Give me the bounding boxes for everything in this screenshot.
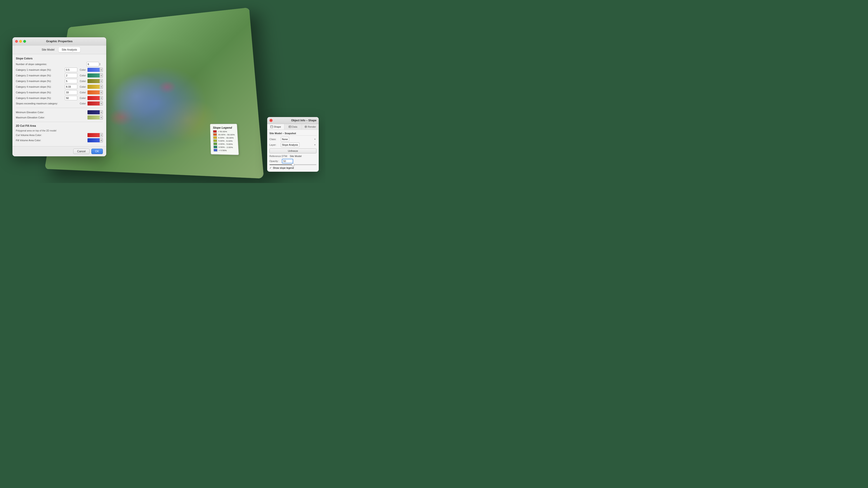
- cat2-label: Category 2 maximum slope (%):: [16, 74, 65, 77]
- exceeding-row: Slopes exceeding maximum category: Color…: [16, 101, 103, 105]
- panel-body: Site Model – Snapshot Class: None Layer:…: [267, 130, 319, 172]
- slope-legend-item-2: 33.00% - 50.00%: [213, 133, 235, 136]
- svg-point-20: [305, 126, 306, 127]
- exceeding-color-swatch[interactable]: ▾: [88, 101, 103, 105]
- tab-render[interactable]: Render: [302, 124, 319, 129]
- shape-icon: [270, 125, 273, 128]
- tab-shape-label: Shape: [274, 125, 281, 128]
- cat3-color-swatch[interactable]: ▾: [88, 79, 103, 83]
- tab-data[interactable]: Data: [284, 124, 302, 129]
- category-5-row: Category 5 maximum slope (%): Color: ▾: [16, 90, 103, 95]
- traffic-lights: [15, 40, 26, 43]
- slope-legend-map: Slope Legend > 50.00% 33.00% - 50.00% 8.…: [210, 124, 239, 155]
- layer-select[interactable]: Slope Analysis: [281, 142, 300, 147]
- cat3-color-label: Color:: [77, 80, 86, 83]
- svg-rect-14: [271, 126, 273, 128]
- cat2-color-swatch[interactable]: ▾: [88, 73, 103, 77]
- num-categories-label: Number of slope categories:: [16, 63, 87, 66]
- dialog-title: Graphic Properties: [16, 39, 103, 43]
- max-elevation-label: Maximum Elevation Color:: [16, 116, 88, 119]
- panel-close-button[interactable]: ✕: [270, 119, 273, 122]
- show-slope-row: ✓ Show slope legend: [270, 166, 316, 169]
- class-label: Class:: [270, 138, 281, 140]
- opacity-slider-thumb[interactable]: [291, 163, 294, 166]
- render-icon: [305, 125, 307, 128]
- exceeding-label: Slopes exceeding maximum category:: [16, 102, 77, 105]
- fill-volume-row: Fill Volume Area Color: ▾: [16, 138, 103, 142]
- tab-render-label: Render: [308, 125, 316, 128]
- cat6-color-swatch[interactable]: ▾: [88, 96, 103, 100]
- maximize-button[interactable]: [23, 40, 26, 43]
- svg-rect-16: [289, 126, 291, 128]
- category-3-row: Category 3 maximum slope (%): Color: ▾: [16, 79, 103, 84]
- cat2-input[interactable]: [65, 73, 77, 78]
- num-categories-input[interactable]: [87, 62, 99, 66]
- cat1-input[interactable]: [65, 68, 77, 72]
- ref-dtm-label: Reference DTM:: [270, 155, 290, 158]
- ref-dtm-row: Reference DTM: Site Model: [270, 155, 316, 158]
- min-elevation-swatch[interactable]: ▾: [88, 110, 103, 114]
- opacity-input[interactable]: [282, 159, 293, 163]
- show-slope-checkmark: ✓: [270, 166, 272, 169]
- ref-dtm-value: Site Model: [290, 155, 302, 158]
- cat3-input[interactable]: [65, 79, 77, 84]
- slope-legend-map-title: Slope Legend: [213, 126, 234, 129]
- cut-fill-desc: Polygonal area on top of the 2D model: [16, 129, 103, 132]
- slope-legend-item-6: 0.50% - 2.00%: [213, 146, 235, 149]
- cat6-label: Category 6 maximum slope (%):: [16, 97, 65, 99]
- cat1-color-swatch[interactable]: ▾: [88, 68, 103, 72]
- opacity-slider[interactable]: [270, 164, 316, 165]
- tab-data-label: Data: [292, 125, 297, 128]
- cat6-input[interactable]: [65, 96, 77, 100]
- minimize-button[interactable]: [19, 40, 22, 43]
- class-select-wrapper[interactable]: None: [281, 137, 316, 141]
- cat1-color-label: Color:: [77, 68, 86, 71]
- tab-site-analysis[interactable]: Site Analysis: [59, 47, 80, 52]
- show-slope-label[interactable]: Show slope legend: [273, 166, 294, 169]
- slope-legend-item-3: 8.33% - 33.00%: [213, 136, 235, 139]
- panel-titlebar: ✕ Object Info – Shape: [267, 117, 319, 124]
- cut-fill-title: 2D Cut Fill Area: [16, 124, 103, 127]
- cat4-color-label: Color:: [77, 86, 86, 88]
- panel-section-title: Site Model – Snapshot: [270, 132, 316, 135]
- class-select[interactable]: None: [281, 137, 289, 141]
- cat5-input[interactable]: [65, 90, 77, 95]
- fill-volume-swatch[interactable]: ▾: [88, 138, 103, 142]
- slope-legend-item-1: > 50.00%: [213, 130, 235, 133]
- cut-volume-swatch[interactable]: ▾: [88, 133, 103, 137]
- cat4-color-swatch[interactable]: ▾: [88, 85, 103, 89]
- cut-volume-label: Cut Volume Area Color:: [16, 134, 88, 136]
- unfreeze-button[interactable]: Unfreeze: [270, 149, 316, 153]
- max-elevation-swatch[interactable]: ▾: [88, 116, 103, 120]
- ok-button[interactable]: OK: [91, 149, 103, 154]
- tab-site-model[interactable]: Site Model: [38, 47, 58, 52]
- close-button[interactable]: [15, 40, 18, 43]
- min-elevation-label: Minimum Elevation Color:: [16, 111, 88, 113]
- opacity-label: Opacity:: [270, 160, 282, 162]
- layer-row: Layer: Slope Analysis: [270, 142, 316, 147]
- slope-legend-item-4: 5.00% - 8.33%: [213, 139, 235, 142]
- graphic-properties-dialog: Graphic Properties Site Model Site Analy…: [12, 37, 106, 156]
- panel-title: Object Info – Shape: [291, 119, 316, 122]
- cat3-label: Category 3 maximum slope (%):: [16, 80, 65, 83]
- category-1-row: Category 1 maximum slope (%): Color: ▾: [16, 68, 103, 72]
- opacity-row: Opacity:: [270, 159, 316, 163]
- cat2-color-label: Color:: [77, 74, 86, 77]
- dialog-tabs: Site Model Site Analysis: [12, 45, 106, 54]
- layer-select-wrapper[interactable]: Slope Analysis: [281, 142, 316, 147]
- num-categories-row: Number of slope categories: ▲ ▼: [16, 62, 103, 66]
- category-4-row: Category 4 maximum slope (%): Color: ▾: [16, 85, 103, 89]
- dialog-titlebar: Graphic Properties: [12, 37, 106, 45]
- max-elevation-row: Maximum Elevation Color: ▾: [16, 116, 103, 120]
- cat5-color-swatch[interactable]: ▾: [88, 90, 103, 94]
- tab-shape[interactable]: Shape: [267, 124, 284, 129]
- slope-legend-item-5: 2.00% - 5.00%: [213, 142, 235, 145]
- cut-volume-row: Cut Volume Area Color: ▾: [16, 133, 103, 137]
- min-elevation-row: Minimum Elevation Color: ▾: [16, 110, 103, 114]
- dialog-footer: Cancel OK: [12, 146, 106, 156]
- slope-colors-title: Slope Colors: [16, 57, 103, 60]
- cat4-input[interactable]: [65, 85, 77, 89]
- category-2-row: Category 2 maximum slope (%): Color: ▾: [16, 73, 103, 78]
- cancel-button[interactable]: Cancel: [73, 149, 89, 154]
- layer-label: Layer:: [270, 143, 281, 146]
